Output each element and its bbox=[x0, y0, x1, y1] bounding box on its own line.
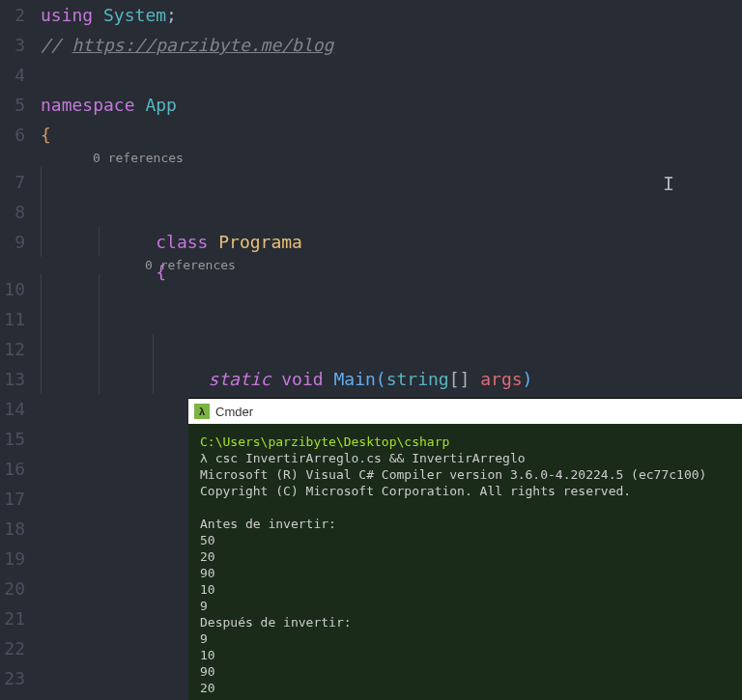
terminal-output: Copyright (C) Microsoft Corporation. All… bbox=[200, 483, 730, 499]
space bbox=[93, 5, 103, 25]
code-line[interactable]: class Programa I bbox=[41, 167, 742, 197]
indent-guide bbox=[41, 167, 42, 197]
indent-guide bbox=[153, 364, 154, 394]
line-number: 4 bbox=[0, 60, 25, 90]
indent-guide bbox=[153, 334, 154, 364]
line-number: 10 bbox=[0, 274, 25, 304]
terminal-output: 90 bbox=[200, 565, 730, 581]
terminal-body[interactable]: C:\Users\parzibyte\Desktop\csharp λ csc … bbox=[188, 424, 742, 700]
terminal-command: csc InvertirArreglo.cs && InvertirArregl… bbox=[215, 451, 526, 465]
line-gutter: 2 3 4 5 6 7 8 9 10 11 12 13 14 15 16 17 … bbox=[0, 0, 41, 700]
line-number: 2 bbox=[0, 0, 25, 30]
terminal-output: Microsoft (R) Visual C# Compiler version… bbox=[200, 466, 730, 483]
keyword-using: using bbox=[41, 5, 93, 25]
indent-guide bbox=[99, 304, 100, 334]
line-number: 3 bbox=[0, 30, 25, 60]
terminal-output: 20 bbox=[200, 548, 730, 565]
line-number: 13 bbox=[0, 364, 25, 394]
line-number: 22 bbox=[0, 633, 25, 663]
line-number: 21 bbox=[0, 603, 25, 633]
indent-guide bbox=[41, 274, 42, 304]
terminal-output: 9 bbox=[200, 630, 730, 647]
code-line[interactable]: { bbox=[41, 197, 742, 227]
terminal-output: 90 bbox=[200, 663, 730, 680]
line-number: 12 bbox=[0, 334, 25, 364]
terminal-window[interactable]: λ Cmder C:\Users\parzibyte\Desktop\cshar… bbox=[188, 398, 742, 700]
line-number bbox=[0, 257, 25, 274]
line-number: 18 bbox=[0, 514, 25, 544]
terminal-output: 50 bbox=[200, 696, 730, 700]
code-line[interactable]: { bbox=[41, 120, 742, 150]
indent-guide bbox=[41, 304, 42, 334]
terminal-output: 10 bbox=[200, 647, 730, 663]
type-system: System bbox=[103, 5, 166, 25]
line-number: 6 bbox=[0, 120, 25, 150]
brace-open: { bbox=[41, 125, 51, 145]
indent-guide bbox=[41, 334, 42, 364]
line-number: 9 bbox=[0, 227, 25, 257]
line-number: 16 bbox=[0, 454, 25, 484]
line-number: 11 bbox=[0, 304, 25, 334]
line-number: 14 bbox=[0, 394, 25, 424]
line-number bbox=[0, 150, 25, 167]
comment-url[interactable]: https://parzibyte.me/blog bbox=[72, 35, 334, 55]
terminal-output bbox=[200, 499, 730, 516]
code-line-empty[interactable] bbox=[41, 60, 742, 90]
line-number: 17 bbox=[0, 484, 25, 514]
indent-guide bbox=[99, 334, 100, 364]
code-line-empty[interactable] bbox=[41, 227, 742, 257]
keyword-namespace: namespace bbox=[41, 95, 135, 115]
comment-prefix: // bbox=[41, 35, 72, 55]
terminal-titlebar[interactable]: λ Cmder bbox=[188, 399, 742, 424]
text-cursor-icon: I bbox=[663, 169, 674, 199]
indent-guide bbox=[99, 227, 100, 257]
code-line[interactable] bbox=[41, 364, 742, 394]
line-number: 19 bbox=[0, 544, 25, 574]
terminal-output: 20 bbox=[200, 680, 730, 696]
code-line[interactable]: { bbox=[41, 304, 742, 334]
terminal-output: 10 bbox=[200, 581, 730, 598]
line-number: 20 bbox=[0, 574, 25, 603]
code-line[interactable]: // https://parzibyte.me/blog bbox=[41, 30, 742, 60]
terminal-output: 50 bbox=[200, 532, 730, 548]
lambda-icon: λ bbox=[194, 404, 210, 419]
terminal-title: Cmder bbox=[215, 405, 253, 419]
indent-guide bbox=[99, 274, 100, 304]
code-line[interactable]: namespace App bbox=[41, 90, 742, 120]
line-number: 15 bbox=[0, 424, 25, 454]
codelens-references[interactable]: 0 references bbox=[41, 150, 742, 167]
code-line[interactable]: static void Main(string[] args) bbox=[41, 274, 742, 304]
line-number: 5 bbox=[0, 90, 25, 120]
terminal-output-label: Después de invertir: bbox=[200, 614, 730, 630]
indent-guide bbox=[41, 227, 42, 257]
terminal-prompt: λ bbox=[200, 451, 215, 465]
line-number: 23 bbox=[0, 663, 25, 693]
indent-guide bbox=[41, 364, 42, 394]
terminal-path: C:\Users\parzibyte\Desktop\csharp bbox=[200, 434, 449, 449]
code-line[interactable]: int[] arreglo = { 50, 20, 90, 10, 9 }; bbox=[41, 334, 742, 364]
line-number: 7 bbox=[0, 167, 25, 197]
indent-guide bbox=[99, 364, 100, 394]
terminal-output-label: Antes de invertir: bbox=[200, 516, 730, 532]
semicolon: ; bbox=[166, 5, 177, 25]
terminal-output: 9 bbox=[200, 598, 730, 614]
indent-guide bbox=[41, 197, 42, 227]
namespace-name: App bbox=[145, 95, 177, 115]
line-number: 8 bbox=[0, 197, 25, 227]
code-line[interactable]: using System; bbox=[41, 0, 742, 30]
